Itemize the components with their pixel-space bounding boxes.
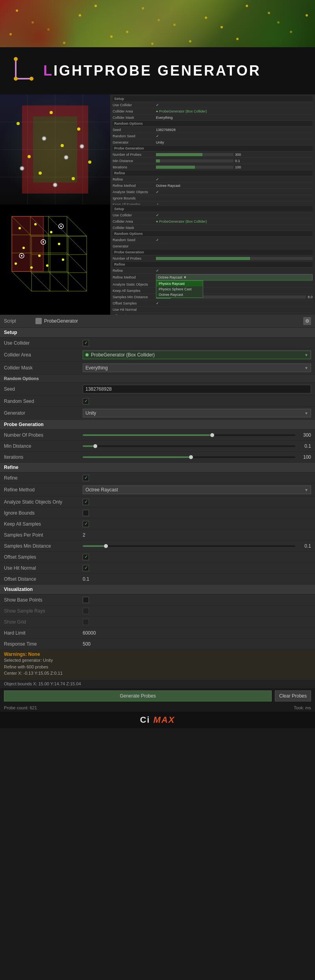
hard-limit-label: Hard Limit bbox=[4, 630, 83, 636]
refine-checkbox[interactable] bbox=[83, 475, 89, 481]
show-grid-row: Show Grid bbox=[0, 616, 315, 627]
use-collider-row: Use Collider bbox=[0, 338, 315, 349]
use-hit-normal-checkbox[interactable] bbox=[83, 565, 89, 571]
number-of-probes-slider[interactable] bbox=[83, 434, 295, 436]
took-value: ms bbox=[305, 705, 311, 710]
seed-input[interactable] bbox=[83, 385, 311, 393]
svg-point-35 bbox=[34, 223, 37, 225]
keep-all-samples-checkbox[interactable] bbox=[83, 521, 89, 527]
offset-samples-label: Offset Samples bbox=[4, 554, 83, 560]
keep-all-samples-label: Keep All Samples bbox=[4, 521, 83, 527]
setup-section: Setup Use Collider Collider Area ProbeGe… bbox=[0, 328, 315, 375]
visualization-section-header: Visualization bbox=[0, 585, 315, 594]
generator-row: Generator Unity ▼ bbox=[0, 407, 315, 420]
svg-point-36 bbox=[50, 231, 52, 233]
hard-limit-row: Hard Limit 60000 bbox=[0, 627, 315, 639]
bounds-info: Object bounds X: 15.00 Y:14.74 Z:15.04 bbox=[4, 681, 311, 686]
response-time-value: 500 bbox=[83, 641, 311, 647]
response-time-row: Response Time 500 bbox=[0, 639, 315, 650]
refine-row: Refine bbox=[0, 472, 315, 484]
main-panel: Script ProbeGenerator ⚙ Setup Use Collid… bbox=[0, 315, 315, 728]
info-bar: Object bounds X: 15.00 Y:14.74 Z:15.04 bbox=[0, 679, 315, 688]
took-info: Took: ms bbox=[294, 705, 311, 710]
generate-probes-button[interactable]: Generate Probes bbox=[4, 690, 272, 701]
ignore-bounds-row: Ignore Bounds bbox=[0, 508, 315, 519]
number-of-probes-value: 300 bbox=[295, 432, 311, 438]
hard-limit-value: 60000 bbox=[83, 630, 311, 636]
warnings-line1: Selected generator: Unity bbox=[4, 657, 311, 664]
warnings-line3: Center X: -0.13 Y:15.05 Z:0.11 bbox=[4, 670, 311, 677]
svg-point-42 bbox=[46, 264, 48, 267]
samples-min-distance-value: 0.1 bbox=[295, 543, 311, 549]
probe-count-label: Probe count: 621 bbox=[4, 705, 37, 710]
offset-distance-value: 0.1 bbox=[83, 576, 311, 582]
collider-mask-label: Collider Mask bbox=[4, 365, 83, 371]
iterations-slider[interactable] bbox=[83, 456, 295, 458]
title-section: LIGHTPROBE GENERATOR bbox=[0, 47, 315, 94]
visualization-section: Visualization Show Base Points Show Samp… bbox=[0, 585, 315, 650]
clear-probes-button[interactable]: Clear Probes bbox=[275, 690, 311, 701]
min-distance-slider[interactable] bbox=[83, 445, 295, 447]
svg-point-41 bbox=[30, 266, 33, 269]
collider-area-dropdown[interactable]: ProbeGenerator (Box Collider) ▼ bbox=[83, 351, 311, 359]
probe-generation-header: Probe Generation bbox=[0, 420, 315, 430]
random-seed-label: Random Seed bbox=[4, 399, 83, 404]
seed-row: Seed bbox=[0, 383, 315, 396]
use-collider-value bbox=[83, 340, 311, 346]
analyze-static-checkbox[interactable] bbox=[83, 499, 89, 505]
show-sample-rays-checkbox[interactable] bbox=[83, 608, 89, 614]
svg-point-38 bbox=[38, 255, 41, 257]
show-base-points-checkbox[interactable] bbox=[83, 597, 89, 603]
random-seed-row: Random Seed bbox=[0, 396, 315, 407]
analyze-static-label: Analyze Static Objects Only bbox=[4, 499, 83, 505]
ignore-bounds-checkbox[interactable] bbox=[83, 510, 89, 516]
generator-label: Generator bbox=[4, 410, 83, 416]
response-time-label: Response Time bbox=[4, 641, 83, 647]
seed-label: Seed bbox=[4, 386, 83, 392]
show-base-points-row: Show Base Points bbox=[0, 594, 315, 605]
offset-samples-row: Offset Samples bbox=[0, 552, 315, 563]
collider-area-label: Collider Area bbox=[4, 352, 83, 358]
bottom-panel-right: Setup Use Collider✓ Collider Area● Probe… bbox=[110, 205, 315, 315]
warnings-line2: Refine with 600 probes bbox=[4, 664, 311, 670]
random-options-header: Random Options bbox=[0, 375, 315, 383]
generator-dropdown[interactable]: Unity ▼ bbox=[83, 409, 311, 417]
iterations-value: 100 bbox=[295, 454, 311, 460]
dots-overlay bbox=[0, 0, 315, 47]
show-grid-checkbox[interactable] bbox=[83, 619, 89, 625]
iterations-row: Iterations 100 bbox=[0, 452, 315, 463]
svg-point-43 bbox=[62, 258, 64, 261]
scene-wire-viewport bbox=[0, 205, 110, 315]
logo-max: MAX bbox=[154, 715, 175, 725]
samples-min-distance-slider[interactable] bbox=[83, 545, 295, 547]
min-distance-value: 0.1 bbox=[295, 443, 311, 449]
settings-gear-button[interactable]: ⚙ bbox=[303, 317, 311, 325]
refine-section-header: Refine bbox=[0, 463, 315, 472]
corner-graphic bbox=[12, 55, 35, 84]
collider-mask-dropdown[interactable]: Everything ▼ bbox=[83, 364, 311, 372]
offset-distance-label: Offset Distance bbox=[4, 576, 83, 582]
svg-point-2 bbox=[14, 57, 18, 61]
svg-point-49 bbox=[60, 225, 62, 227]
refine-label: Refine bbox=[4, 475, 83, 481]
keep-all-samples-row: Keep All Samples bbox=[0, 519, 315, 530]
svg-point-4 bbox=[30, 77, 33, 81]
warnings-header: Warnings: None bbox=[4, 651, 311, 657]
ci-max-logo: Ci MAX bbox=[140, 715, 175, 725]
script-label: Script bbox=[4, 318, 35, 324]
svg-point-45 bbox=[43, 241, 44, 243]
top-panel-right: Setup Use Collider✓ Collider Area● Probe… bbox=[110, 94, 315, 205]
refine-method-dropdown[interactable]: Octree Raycast ▼ bbox=[83, 485, 311, 494]
scene-top-container: Setup Use Collider✓ Collider Area● Probe… bbox=[0, 94, 315, 205]
svg-point-40 bbox=[15, 262, 17, 265]
scene-bottom-container: Setup Use Collider✓ Collider Area● Probe… bbox=[0, 205, 315, 315]
svg-point-47 bbox=[21, 255, 22, 257]
use-collider-label: Use Collider bbox=[4, 340, 83, 346]
ignore-bounds-label: Ignore Bounds bbox=[4, 510, 83, 516]
samples-per-point-row: Samples Per Point 2 bbox=[0, 530, 315, 541]
show-sample-rays-row: Show Sample Rays bbox=[0, 605, 315, 616]
offset-samples-checkbox[interactable] bbox=[83, 554, 89, 560]
show-base-points-label: Show Base Points bbox=[4, 597, 83, 603]
random-seed-checkbox[interactable] bbox=[83, 398, 89, 404]
use-collider-checkbox[interactable] bbox=[83, 340, 89, 346]
